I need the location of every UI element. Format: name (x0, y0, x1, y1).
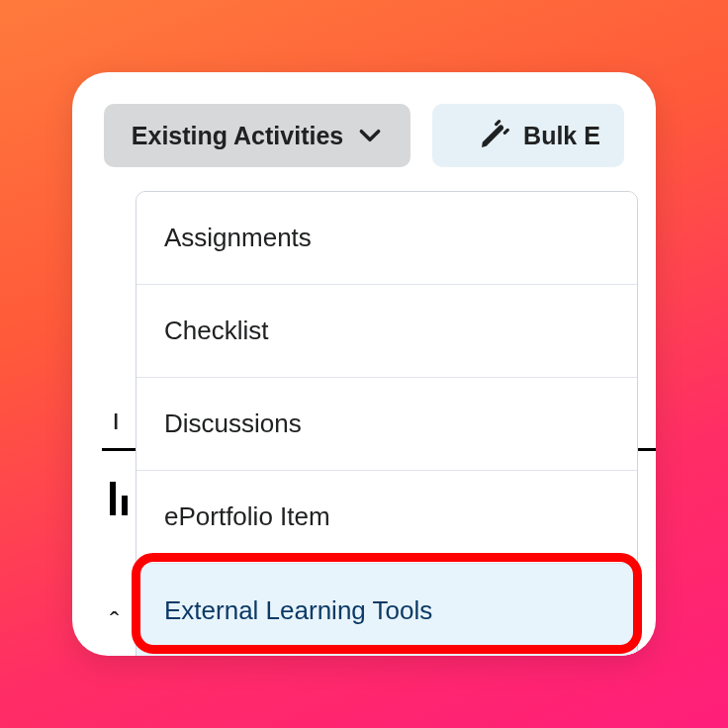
bulk-edit-button[interactable]: Bulk E (432, 104, 624, 167)
pen-edit-icon (478, 120, 509, 151)
existing-activities-dropdown: Assignments Checklist Discussions ePortf… (136, 191, 638, 656)
toolbar: Existing Activities Bulk E (72, 104, 656, 167)
dropdown-item-label: Discussions (164, 409, 302, 439)
dropdown-item-assignments[interactable]: Assignments (136, 192, 637, 285)
obscured-icon (110, 482, 128, 515)
dropdown-item-external-learning-tools[interactable]: External Learning Tools (136, 564, 637, 656)
dropdown-item-label: External Learning Tools (164, 595, 432, 626)
dropdown-item-discussions[interactable]: Discussions (136, 378, 637, 471)
obscured-text: ı (112, 403, 120, 436)
bulk-edit-label: Bulk E (523, 122, 600, 150)
dropdown-item-label: Checklist (164, 316, 268, 346)
existing-activities-button[interactable]: Existing Activities (104, 104, 410, 167)
chevron-down-icon (357, 123, 383, 148)
obscured-text: ˆ (110, 606, 119, 638)
dropdown-item-label: Assignments (164, 223, 312, 253)
dropdown-item-label: ePortfolio Item (164, 501, 330, 532)
app-card: Existing Activities Bulk E ı ˆ (72, 72, 656, 656)
dropdown-item-checklist[interactable]: Checklist (136, 285, 637, 378)
dropdown-item-eportfolio[interactable]: ePortfolio Item (136, 471, 637, 564)
existing-activities-label: Existing Activities (132, 122, 343, 150)
